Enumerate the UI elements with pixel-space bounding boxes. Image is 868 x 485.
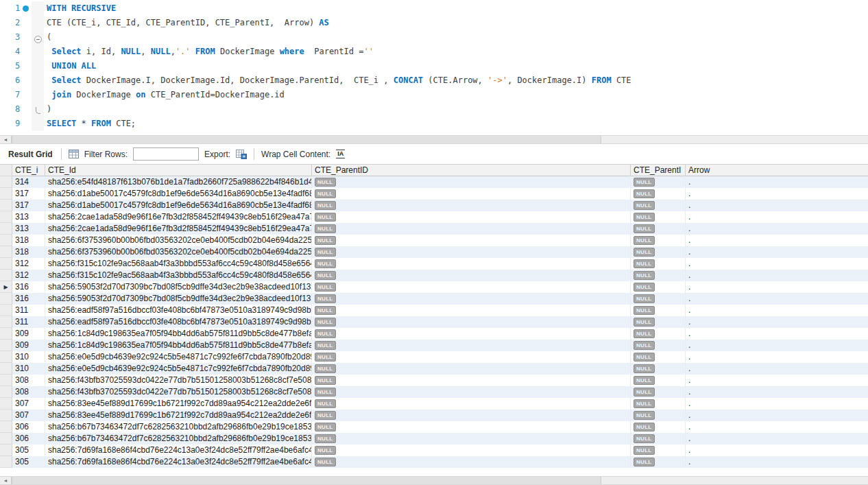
code-text[interactable]: ( — [44, 30, 868, 45]
editor-scrollbar-thumb[interactable] — [12, 136, 601, 143]
row-selector[interactable] — [0, 421, 12, 433]
wrap-cell-content-icon[interactable]: IA — [336, 150, 345, 158]
cell-cte-id[interactable]: sha256:eadf58f97a516dbccf03fe408bc6bf478… — [45, 316, 312, 328]
cell-cte-id[interactable]: sha256:b67b73463472df7c6282563210bbd2afb… — [45, 421, 312, 433]
cell-cte-i[interactable]: 313 — [12, 211, 45, 223]
cell-cte-id[interactable]: sha256:f315c102fe9ac568aab4f3a3bbbd553af… — [45, 270, 312, 281]
cell-cte-parentid[interactable]: NULL — [312, 316, 631, 328]
column-header-arrow[interactable]: Arrow — [686, 165, 868, 176]
cell-arrow[interactable]: . — [686, 351, 868, 363]
column-header-cte-i[interactable]: CTE_i — [12, 165, 45, 176]
row-selector[interactable] — [0, 246, 12, 258]
code-text[interactable]: Select i, Id, NULL, NULL,'.' FROM Docker… — [44, 45, 868, 59]
cell-arrow[interactable]: . — [686, 281, 868, 293]
table-row[interactable]: 308sha256:f43bfb37025593dc0422e77db7b515… — [0, 375, 868, 386]
cell-arrow[interactable]: . — [686, 398, 868, 410]
cell-cte-parentid[interactable]: NULL — [312, 421, 631, 433]
cell-cte-parentid[interactable]: NULL — [312, 258, 631, 270]
table-row[interactable]: 310sha256:e0e5d9cb4639e92c924c5b5e4871c7… — [0, 363, 868, 375]
cell-cte-id[interactable]: sha256:e54fd48187f613b076b1de1a7fadb2660… — [45, 176, 312, 188]
cell-cte-i[interactable]: 316 — [12, 281, 45, 293]
cell-cte-parentid[interactable]: NULL — [312, 293, 631, 305]
code-text[interactable]: CTE (CTE_i, CTE_Id, CTE_ParentID, CTE_Pa… — [44, 16, 868, 30]
grid-scroll-left-button[interactable]: ◄ — [0, 477, 12, 484]
fold-close-icon[interactable] — [32, 102, 44, 117]
cell-cte-i[interactable]: 307 — [12, 410, 45, 421]
row-selector[interactable] — [0, 445, 12, 456]
code-text[interactable]: join DockerImage on CTE_ParentId=DockerI… — [44, 88, 868, 102]
table-row[interactable]: 314sha256:e54fd48187f613b076b1de1a7fadb2… — [0, 176, 868, 188]
cell-cte-id[interactable]: sha256:b67b73463472df7c6282563210bbd2afb… — [45, 433, 312, 445]
filter-rows-input[interactable] — [133, 147, 199, 161]
cell-cte-i[interactable]: 305 — [12, 445, 45, 456]
cell-cte-id[interactable]: sha256:eadf58f97a516dbccf03fe408bc6bf478… — [45, 305, 312, 316]
cell-cte-parenti[interactable]: NULL — [631, 386, 686, 398]
cell-cte-parenti[interactable]: NULL — [631, 328, 686, 340]
cell-cte-parenti[interactable]: NULL — [631, 363, 686, 375]
cell-cte-parenti[interactable]: NULL — [631, 421, 686, 433]
cell-cte-i[interactable]: 318 — [12, 235, 45, 246]
row-selector[interactable] — [0, 188, 12, 200]
cell-cte-parenti[interactable]: NULL — [631, 340, 686, 351]
cell-cte-parentid[interactable]: NULL — [312, 270, 631, 281]
cell-cte-i[interactable]: 314 — [12, 176, 45, 188]
cell-cte-parenti[interactable]: NULL — [631, 410, 686, 421]
cell-cte-i[interactable]: 317 — [12, 200, 45, 211]
cell-cte-i[interactable]: 306 — [12, 433, 45, 445]
table-row[interactable]: 313sha256:2cae1ada58d9e96f16e7fb3d2f8584… — [0, 223, 868, 235]
cell-cte-parentid[interactable]: NULL — [312, 433, 631, 445]
table-row[interactable]: 307sha256:83ee45ef889d17699c1b6721f992c7… — [0, 398, 868, 410]
cell-cte-i[interactable]: 306 — [12, 421, 45, 433]
cell-cte-parentid[interactable]: NULL — [312, 375, 631, 386]
cell-cte-id[interactable]: sha256:e0e5d9cb4639e92c924c5b5e4871c7c99… — [45, 351, 312, 363]
fold-open-icon[interactable] — [32, 30, 44, 45]
cell-arrow[interactable]: . — [686, 176, 868, 188]
table-row[interactable]: 316sha256:59053f2d70d7309bc7bd08f5cb9dff… — [0, 293, 868, 305]
table-row[interactable]: 312sha256:f315c102fe9ac568aab4f3a3bbbd55… — [0, 258, 868, 270]
cell-arrow[interactable]: . — [686, 246, 868, 258]
cell-cte-parentid[interactable]: NULL — [312, 176, 631, 188]
cell-cte-i[interactable]: 309 — [12, 340, 45, 351]
cell-cte-parentid[interactable]: NULL — [312, 246, 631, 258]
cell-cte-parenti[interactable]: NULL — [631, 200, 686, 211]
cell-cte-id[interactable]: sha256:f43bfb37025593dc0422e77db7b515012… — [45, 386, 312, 398]
cell-cte-parenti[interactable]: NULL — [631, 375, 686, 386]
cell-cte-id[interactable]: sha256:6f3753960b00b06fbd03563202ce0eb40… — [45, 235, 312, 246]
cell-cte-id[interactable]: sha256:f315c102fe9ac568aab4f3a3bbbd553af… — [45, 258, 312, 270]
row-selector[interactable] — [0, 456, 12, 468]
code-text[interactable]: SELECT * FROM CTE; — [44, 117, 868, 131]
cell-arrow[interactable]: . — [686, 270, 868, 281]
cell-cte-i[interactable]: 316 — [12, 293, 45, 305]
cell-arrow[interactable]: . — [686, 340, 868, 351]
cell-cte-parentid[interactable]: NULL — [312, 340, 631, 351]
cell-cte-parentid[interactable]: NULL — [312, 223, 631, 235]
table-row[interactable]: 310sha256:e0e5d9cb4639e92c924c5b5e4871c7… — [0, 351, 868, 363]
cell-cte-parenti[interactable]: NULL — [631, 223, 686, 235]
cell-cte-parenti[interactable]: NULL — [631, 445, 686, 456]
cell-arrow[interactable]: . — [686, 258, 868, 270]
cell-arrow[interactable]: . — [686, 445, 868, 456]
cell-cte-id[interactable]: sha256:59053f2d70d7309bc7bd08f5cb9dffe34… — [45, 281, 312, 293]
cell-arrow[interactable]: . — [686, 421, 868, 433]
row-selector[interactable] — [0, 316, 12, 328]
table-row[interactable]: 311sha256:eadf58f97a516dbccf03fe408bc6bf… — [0, 316, 868, 328]
row-selector[interactable] — [0, 223, 12, 235]
cell-cte-i[interactable]: 310 — [12, 363, 45, 375]
cell-arrow[interactable]: . — [686, 223, 868, 235]
row-selector[interactable] — [0, 258, 12, 270]
row-selector[interactable] — [0, 270, 12, 281]
cell-cte-parenti[interactable]: NULL — [631, 281, 686, 293]
cell-cte-parenti[interactable]: NULL — [631, 305, 686, 316]
cell-cte-parenti[interactable]: NULL — [631, 246, 686, 258]
code-text[interactable]: UNION ALL — [44, 59, 868, 73]
row-selector[interactable] — [0, 200, 12, 211]
cell-cte-id[interactable]: sha256:f43bfb37025593dc0422e77db7b515012… — [45, 375, 312, 386]
cell-arrow[interactable]: . — [686, 200, 868, 211]
cell-cte-i[interactable]: 305 — [12, 456, 45, 468]
cell-arrow[interactable]: . — [686, 456, 868, 468]
cell-cte-i[interactable]: 312 — [12, 258, 45, 270]
cell-cte-id[interactable]: sha256:83ee45ef889d17699c1b6721f992c7dd8… — [45, 410, 312, 421]
cell-cte-i[interactable]: 308 — [12, 386, 45, 398]
cell-cte-id[interactable]: sha256:1c84d9c198635ea7f05f94bb4dd6ab575… — [45, 340, 312, 351]
grid-scrollbar-thumb[interactable] — [12, 477, 601, 484]
